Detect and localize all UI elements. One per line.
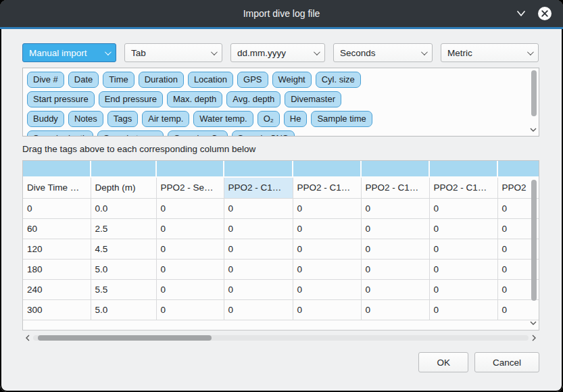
- tag-chip[interactable]: Buddy: [27, 111, 64, 127]
- table-cell: 180: [23, 259, 91, 279]
- tag-chip[interactable]: O₂: [258, 111, 280, 127]
- tag-chip[interactable]: Weight: [272, 72, 312, 88]
- tag-chip[interactable]: End pressure: [99, 91, 163, 107]
- tag-chip[interactable]: Cyl. size: [316, 72, 361, 88]
- table-cell: 0: [361, 259, 429, 279]
- table-cell: 0: [361, 218, 429, 239]
- drop-target-cell[interactable]: [497, 161, 539, 177]
- table-cell: 0: [156, 279, 224, 299]
- field-separator-combo[interactable]: Tab: [124, 43, 222, 62]
- table-cell: 0: [293, 198, 361, 218]
- table-cell: 0: [429, 198, 497, 218]
- tags-panel: Dive #DateTimeDurationLocationGPSWeightC…: [22, 68, 539, 137]
- tag-chip[interactable]: Time: [103, 72, 134, 88]
- column-header[interactable]: PPO2 - Se…: [156, 177, 224, 198]
- drop-target-cell[interactable]: [91, 161, 156, 177]
- table-cell: 0: [429, 259, 497, 279]
- tags-scrollbar-thumb[interactable]: [531, 70, 537, 116]
- import-mode-combo[interactable]: Manual import: [22, 43, 116, 62]
- table-scroll-down-icon[interactable]: [529, 320, 537, 327]
- column-header[interactable]: PPO2 - C1…: [361, 177, 429, 198]
- hscroll-track[interactable]: [33, 335, 529, 341]
- tag-chip[interactable]: He: [284, 111, 308, 127]
- table-cell: 0: [293, 239, 361, 259]
- units-combo[interactable]: Metric: [441, 43, 539, 62]
- column-header[interactable]: PPO2 - C1…: [224, 177, 293, 198]
- drop-target-cell[interactable]: [293, 161, 361, 177]
- ok-button[interactable]: OK: [418, 352, 468, 372]
- drop-target-cell[interactable]: [23, 161, 91, 177]
- tag-chip[interactable]: Tags: [107, 111, 138, 127]
- table-cell: 0: [293, 299, 361, 320]
- scroll-right-icon[interactable]: [530, 334, 538, 342]
- tag-chip[interactable]: Sample CNS: [232, 130, 295, 137]
- tag-row: Dive #DateTimeDurationLocationGPSWeightC…: [27, 72, 525, 88]
- chevron-down-icon: [211, 49, 218, 55]
- column-header[interactable]: Depth (m): [91, 177, 156, 198]
- tag-chip[interactable]: Water temp.: [193, 111, 253, 127]
- table-cell: 0: [429, 239, 497, 259]
- import-dialog-window: Import dive log file Manual import Tab d…: [0, 0, 563, 392]
- drop-target-row: [23, 161, 539, 177]
- tag-chip[interactable]: Notes: [68, 111, 103, 127]
- table-row: 1805.0000000: [23, 259, 539, 279]
- tag-chip[interactable]: Max. depth: [167, 91, 222, 107]
- titlebar[interactable]: Import dive log file: [0, 0, 563, 27]
- column-header[interactable]: PPO2 - C1…: [293, 177, 361, 198]
- table-hscrollbar[interactable]: [22, 333, 539, 343]
- tag-chip[interactable]: GPS: [237, 72, 268, 88]
- cancel-button[interactable]: Cancel: [474, 352, 539, 372]
- options-row: Manual import Tab dd.mm.yyyy Seconds Met…: [22, 43, 539, 62]
- tag-chip[interactable]: Sample pO₂: [168, 130, 227, 137]
- drop-target-cell[interactable]: [361, 161, 429, 177]
- date-format-combo[interactable]: dd.mm.yyyy: [230, 43, 325, 62]
- duration-format-value: Seconds: [340, 48, 376, 58]
- column-header[interactable]: Dive Time …: [23, 177, 91, 198]
- table-cell: 0: [293, 218, 361, 239]
- table-cell: 2.5: [91, 218, 156, 239]
- column-header[interactable]: PPO2 - C1…: [429, 177, 497, 198]
- close-icon[interactable]: [537, 6, 552, 21]
- tag-chip[interactable]: Start pressure: [27, 91, 95, 107]
- drop-target-cell[interactable]: [156, 161, 224, 177]
- drop-target-cell[interactable]: [429, 161, 497, 177]
- tag-chip[interactable]: Sample temp.: [97, 130, 164, 137]
- tag-row: BuddyNotesTagsAir temp.Water temp.O₂HeSa…: [27, 111, 525, 127]
- tag-chip[interactable]: Dive #: [27, 72, 64, 88]
- table-cell: 0: [293, 259, 361, 279]
- table-cell: 0: [293, 279, 361, 299]
- drop-target-cell[interactable]: [224, 161, 293, 177]
- table-scrollbar-thumb[interactable]: [531, 180, 537, 301]
- tag-chip[interactable]: Duration: [139, 72, 184, 88]
- table-cell: 0: [23, 198, 91, 218]
- shade-chevron-icon[interactable]: [516, 9, 527, 18]
- table-row: 00.0000000: [23, 198, 539, 218]
- import-mode-value: Manual import: [29, 48, 87, 58]
- table-cell: 4.5: [91, 239, 156, 259]
- table-cell: 0: [156, 299, 224, 320]
- tags-scrollbar[interactable]: [529, 70, 537, 134]
- chevron-down-icon: [105, 49, 112, 55]
- tag-chip[interactable]: Sample time: [311, 111, 372, 127]
- table-cell: 60: [23, 218, 91, 239]
- tags-scroll-down-icon[interactable]: [529, 127, 537, 134]
- table-cell: 0: [224, 259, 293, 279]
- table-cell: 0: [224, 198, 293, 218]
- tag-chip[interactable]: Sample depth: [27, 130, 93, 137]
- window-title: Import dive log file: [243, 8, 320, 19]
- scroll-left-icon[interactable]: [24, 334, 32, 342]
- tag-chip[interactable]: Avg. depth: [226, 91, 280, 107]
- table-cell: 0: [361, 279, 429, 299]
- tag-chip[interactable]: Divemaster: [285, 91, 341, 107]
- table-cell: 0: [224, 279, 293, 299]
- tag-chip[interactable]: Air temp.: [142, 111, 189, 127]
- table-cell: 120: [23, 239, 91, 259]
- units-value: Metric: [447, 48, 472, 58]
- duration-format-combo[interactable]: Seconds: [333, 43, 433, 62]
- hscroll-thumb[interactable]: [38, 335, 212, 341]
- tag-chip[interactable]: Location: [188, 72, 233, 88]
- tag-chip[interactable]: Date: [68, 72, 99, 88]
- table-cell: 0: [224, 299, 293, 320]
- chevron-down-icon: [314, 49, 320, 55]
- table-scrollbar[interactable]: [529, 180, 537, 327]
